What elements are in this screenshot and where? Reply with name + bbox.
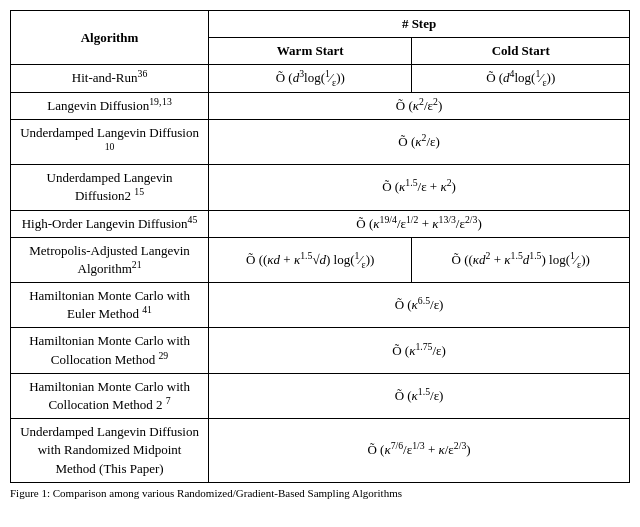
footnote: Figure 1: Comparison among various Rando… xyxy=(10,487,630,499)
algorithm-cell: Hit-and-Run36 xyxy=(11,65,209,92)
warm-start-header: Warm Start xyxy=(209,38,412,65)
algorithm-cell: Metropolis-Adjusted Langevin Algorithm21 xyxy=(11,237,209,282)
algorithm-cell: Underdamped Langevin Diffusion with Rand… xyxy=(11,419,209,483)
main-container: Algorithm # Step Warm Start Cold Start H… xyxy=(10,10,630,499)
complexity-cell: Õ (κ7/6/ε1/3 + κ/ε2/3) xyxy=(209,419,630,483)
algorithm-cell: Hamiltonian Monte Carlo with Collocation… xyxy=(11,373,209,418)
complexity-cell: Õ (κ1.75/ε) xyxy=(209,328,630,373)
algorithm-cell: Underdamped Langevin Diffusion2 15 xyxy=(11,165,209,210)
algorithm-cell: Hamiltonian Monte Carlo with Collocation… xyxy=(11,328,209,373)
cold-start-header: Cold Start xyxy=(412,38,630,65)
complexity-cell: Õ (κ1.5/ε) xyxy=(209,373,630,418)
warm-complexity-cell: Õ (d3log(1⁄ε)) xyxy=(209,65,412,92)
algorithm-cell: Underdamped Langevin Diffusion 10 xyxy=(11,119,209,164)
algorithm-cell: High-Order Langevin Diffusion45 xyxy=(11,210,209,237)
cold-complexity-cell: Õ ((κd2 + κ1.5d1.5) log(1⁄ε)) xyxy=(412,237,630,282)
step-header: # Step xyxy=(209,11,630,38)
algorithm-header: Algorithm xyxy=(11,11,209,65)
complexity-cell: Õ (κ2/ε) xyxy=(209,119,630,164)
cold-complexity-cell: Õ (d4log(1⁄ε)) xyxy=(412,65,630,92)
complexity-cell: Õ (κ2/ε2) xyxy=(209,92,630,119)
algorithm-cell: Langevin Diffusion19, 13 xyxy=(11,92,209,119)
algorithm-cell: Hamiltonian Monte Carlo with Euler Metho… xyxy=(11,283,209,328)
results-table: Algorithm # Step Warm Start Cold Start H… xyxy=(10,10,630,483)
complexity-cell: Õ (κ1.5/ε + κ2) xyxy=(209,165,630,210)
complexity-cell: Õ (κ19/4/ε1/2 + κ13/3/ε2/3) xyxy=(209,210,630,237)
complexity-cell: Õ (κ6.5/ε) xyxy=(209,283,630,328)
warm-complexity-cell: Õ ((κd + κ1.5√d) log(1⁄ε)) xyxy=(209,237,412,282)
footnote-text: Figure 1: Comparison among various Rando… xyxy=(10,487,402,499)
